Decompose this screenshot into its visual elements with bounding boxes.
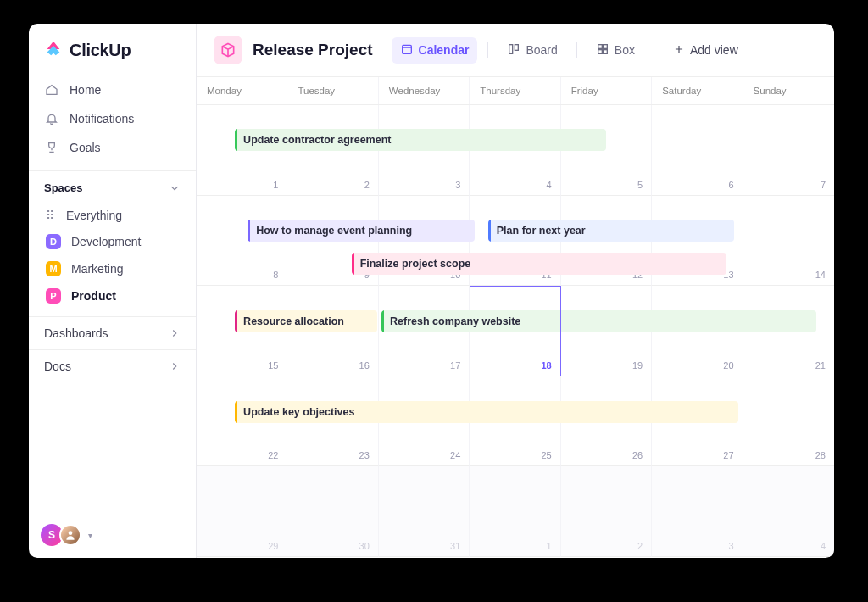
calendar-cell[interactable]: 4: [743, 466, 834, 557]
divider: [487, 42, 488, 58]
date-number: 20: [723, 360, 733, 371]
date-number: 2: [637, 541, 643, 551]
dashboards-label: Dashboards: [44, 326, 108, 340]
chevron-right-icon: [169, 360, 181, 372]
sidebar-item-marketing[interactable]: MMarketing: [32, 255, 192, 282]
calendar-cell[interactable]: 6: [652, 105, 743, 196]
space-label: Marketing: [71, 262, 123, 276]
view-box[interactable]: Box: [587, 37, 643, 64]
date-number: 31: [450, 541, 460, 551]
sidebar-item-docs[interactable]: Docs: [29, 349, 196, 382]
nav-home-label: Home: [70, 83, 101, 97]
day-header: Thursday: [470, 77, 560, 104]
main: Release Project Calendar Board Box Add v…: [197, 24, 834, 558]
calendar-cell[interactable]: 1: [470, 466, 560, 557]
calendar-cell[interactable]: 7: [743, 105, 834, 196]
spaces-label: Spaces: [44, 181, 83, 194]
date-number: 22: [268, 450, 278, 460]
app-frame: ClickUp Home Notifications Goals: [29, 24, 834, 558]
add-view-button[interactable]: Add view: [665, 38, 747, 63]
calendar-event[interactable]: Plan for next year: [488, 220, 734, 242]
space-letter-icon: M: [46, 261, 61, 276]
event-title: Resource allocation: [243, 315, 344, 327]
event-title: Update key objectives: [243, 406, 354, 418]
date-number: 23: [359, 450, 370, 460]
calendar-event[interactable]: Update key objectives: [235, 401, 738, 423]
date-number: 4: [547, 180, 552, 190]
grid-dots-icon: ⠿: [46, 209, 56, 222]
date-number: 25: [541, 450, 551, 460]
svg-rect-4: [598, 44, 602, 48]
date-number: 17: [450, 360, 460, 371]
avatar-primary-letter: S: [48, 529, 55, 541]
date-number: 16: [359, 360, 370, 371]
svg-rect-2: [509, 44, 513, 53]
calendar-cell[interactable]: 31: [379, 466, 470, 557]
toolbar: Release Project Calendar Board Box Add v…: [197, 24, 834, 77]
add-view-label: Add view: [690, 43, 738, 57]
date-number: 1: [547, 541, 552, 551]
event-title: Plan for next year: [497, 225, 586, 237]
calendar-cell[interactable]: 2: [561, 466, 652, 557]
calendar-event[interactable]: How to manage event planning: [248, 220, 474, 242]
event-title: Finalize project scope: [360, 258, 471, 270]
date-number: 21: [815, 360, 826, 371]
logo[interactable]: ClickUp: [29, 24, 196, 74]
date-number: 2: [364, 180, 370, 190]
space-letter-icon: D: [46, 234, 61, 249]
project-title: Release Project: [253, 41, 373, 59]
sidebar-item-dashboards[interactable]: Dashboards: [29, 316, 196, 349]
everything-label: Everything: [66, 209, 122, 222]
svg-rect-6: [598, 49, 602, 53]
sidebar-item-development[interactable]: DDevelopment: [32, 228, 192, 255]
avatar-secondary: [59, 524, 81, 546]
event-title: How to manage event planning: [256, 225, 412, 237]
calendar-cell[interactable]: 28: [743, 376, 834, 467]
date-number: 15: [268, 360, 278, 371]
docs-label: Docs: [44, 360, 71, 373]
project-icon: [214, 36, 242, 64]
view-calendar-label: Calendar: [419, 43, 470, 57]
day-header: Saturday: [652, 77, 743, 104]
bell-icon: [44, 111, 59, 126]
date-number: 30: [359, 541, 370, 551]
clickup-logo-icon: [44, 39, 63, 62]
trophy-icon: [44, 140, 59, 155]
calendar-cell[interactable]: 18: [470, 286, 560, 376]
date-number: 24: [450, 450, 460, 460]
date-number: 4: [821, 541, 826, 551]
calendar-event[interactable]: Refresh company website: [381, 310, 815, 332]
view-calendar[interactable]: Calendar: [392, 37, 478, 64]
date-number: 14: [815, 270, 826, 280]
nav-goals[interactable]: Goals: [34, 133, 191, 162]
spaces-header[interactable]: Spaces: [29, 170, 196, 203]
space-label: Product: [71, 289, 116, 303]
calendar-cell[interactable]: 14: [743, 196, 834, 287]
nav-home[interactable]: Home: [34, 75, 191, 104]
sidebar-item-product[interactable]: PProduct: [32, 282, 192, 309]
account-switcher[interactable]: S ▾: [29, 512, 196, 558]
day-header: Friday: [561, 77, 652, 104]
view-board[interactable]: Board: [498, 37, 565, 64]
calendar-event[interactable]: Resource allocation: [235, 310, 377, 332]
svg-rect-3: [515, 44, 519, 50]
calendar-event[interactable]: Finalize project scope: [352, 253, 727, 275]
svg-rect-7: [603, 49, 607, 53]
day-header: Tuesday: [287, 77, 378, 104]
calendar-event[interactable]: Update contractor agreement: [235, 129, 606, 151]
date-number: 3: [455, 180, 460, 190]
view-board-label: Board: [526, 43, 557, 57]
date-number: 26: [632, 450, 643, 460]
calendar-cell[interactable]: 30: [287, 466, 378, 557]
nav-goals-label: Goals: [70, 141, 101, 154]
space-letter-icon: P: [46, 288, 61, 304]
event-title: Update contractor agreement: [243, 134, 391, 146]
nav-notifications[interactable]: Notifications: [34, 104, 191, 133]
svg-point-0: [69, 531, 73, 535]
calendar-cell[interactable]: 3: [652, 466, 743, 557]
date-number: 3: [728, 541, 733, 551]
date-number: 27: [723, 450, 733, 460]
sidebar-item-everything[interactable]: ⠿ Everything: [32, 203, 192, 228]
calendar-cell[interactable]: 29: [197, 466, 287, 557]
date-number: 5: [637, 180, 643, 190]
